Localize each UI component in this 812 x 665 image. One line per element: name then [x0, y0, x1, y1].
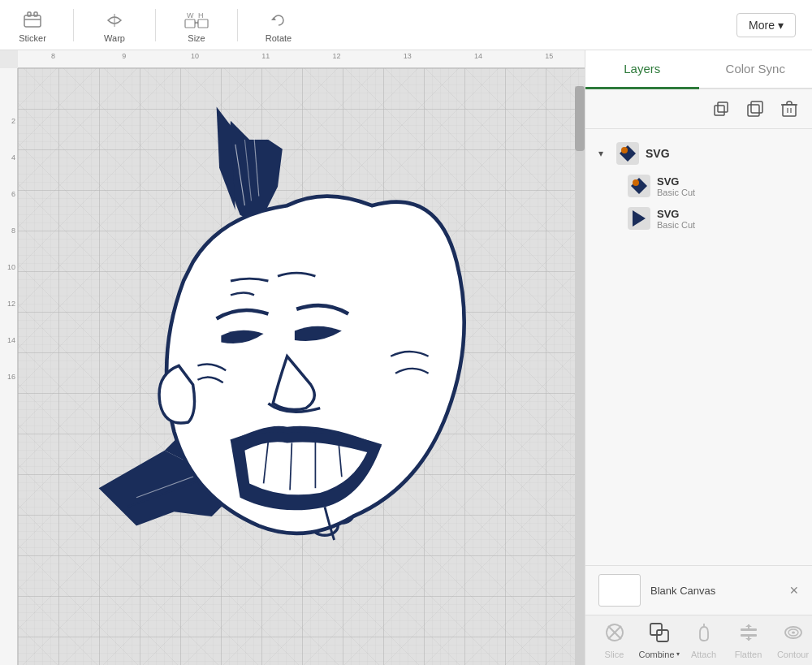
svg-rect-0 [24, 15, 41, 27]
warp-tool[interactable]: Warp [90, 7, 139, 43]
sublayer-1-icon [628, 175, 650, 197]
svg-rect-35 [650, 624, 662, 635]
separator-2 [155, 9, 156, 41]
ruler-left: 2 4 6 8 10 12 14 16 [0, 68, 18, 665]
contour-button[interactable]: Contour [771, 622, 812, 659]
sticker-tool[interactable]: Sticker [8, 7, 57, 43]
copy-button[interactable] [742, 96, 768, 122]
panel-tabs: Layers Color Sync [585, 50, 812, 89]
scrollbar[interactable] [575, 86, 585, 665]
bottom-action-bar: Slice Combine ▾ [585, 615, 812, 665]
right-panel: Layers Color Sync [585, 50, 812, 665]
sublayer-2[interactable]: SVG Basic Cut [585, 202, 812, 235]
size-tool[interactable]: W H Size [172, 7, 221, 43]
combine-dropdown-icon: ▾ [676, 650, 680, 658]
sublayer-1[interactable]: SVG Basic Cut [585, 170, 812, 202]
scrollbar-thumb[interactable] [575, 86, 585, 151]
svg-marker-43 [745, 638, 752, 641]
rotate-icon [262, 7, 295, 33]
svg-rect-38 [741, 628, 757, 631]
layer-group-icon [616, 142, 639, 165]
tab-color-sync[interactable]: Color Sync [699, 50, 813, 89]
ruler-top: 8 9 10 11 12 13 14 15 [18, 50, 585, 68]
blank-canvas-row: Blank Canvas ✕ [585, 565, 812, 615]
svg-marker-41 [745, 624, 752, 627]
design-canvas[interactable] [18, 68, 585, 665]
size-icon: W H [180, 7, 213, 33]
sublayer-1-info: SVG Basic Cut [657, 175, 695, 197]
svg-rect-36 [657, 630, 668, 641]
artwork[interactable] [42, 93, 513, 564]
svg-rect-22 [718, 102, 728, 112]
layer-group-svg: ▾ SVG [585, 137, 812, 235]
separator-1 [73, 9, 74, 41]
svg-rect-26 [783, 105, 796, 116]
svg-rect-3 [34, 12, 37, 16]
sublayer-2-icon [628, 207, 650, 230]
svg-marker-9 [271, 17, 276, 20]
more-button[interactable]: More ▾ [736, 13, 796, 37]
combine-button[interactable]: Combine ▾ [637, 622, 681, 659]
svg-point-31 [633, 179, 639, 186]
svg-text:H: H [198, 11, 204, 19]
svg-point-30 [621, 147, 628, 153]
rotate-tool[interactable]: Rotate [254, 7, 303, 43]
panel-toolbar [585, 89, 812, 129]
layers-list: ▾ SVG [585, 129, 812, 565]
attach-icon [693, 622, 715, 648]
separator-3 [237, 9, 238, 41]
toolbar: Sticker Warp W H Size [0, 0, 812, 50]
svg-rect-8 [198, 19, 208, 28]
duplicate-button[interactable] [708, 96, 734, 122]
sticker-icon [16, 7, 49, 33]
svg-rect-21 [715, 106, 724, 115]
canvas-area[interactable]: 8 9 10 11 12 13 14 15 2 4 6 8 10 12 14 1… [0, 50, 585, 665]
chevron-icon: ▾ [598, 148, 610, 159]
svg-rect-2 [28, 12, 31, 16]
blank-canvas-close-button[interactable]: ✕ [789, 584, 799, 597]
slice-button[interactable]: Slice [592, 622, 637, 659]
contour-icon [783, 622, 804, 648]
warp-icon [98, 7, 131, 33]
svg-rect-24 [751, 101, 762, 113]
svg-rect-39 [741, 634, 757, 637]
blank-canvas-thumb [598, 574, 641, 607]
sublayer-2-info: SVG Basic Cut [657, 208, 695, 230]
tab-layers[interactable]: Layers [585, 50, 699, 89]
blank-canvas-label: Blank Canvas [650, 585, 715, 597]
svg-text:W: W [187, 11, 194, 19]
slice-icon [604, 622, 625, 648]
svg-rect-23 [748, 105, 759, 116]
delete-button[interactable] [776, 96, 802, 122]
flatten-icon [738, 622, 759, 648]
svg-rect-7 [185, 19, 195, 28]
attach-button[interactable]: Attach [681, 622, 726, 659]
flatten-button[interactable]: Flatten [726, 622, 771, 659]
svg-point-46 [792, 631, 795, 633]
layer-group-row[interactable]: ▾ SVG [585, 137, 812, 170]
combine-icon [649, 622, 670, 648]
main-layout: 8 9 10 11 12 13 14 15 2 4 6 8 10 12 14 1… [0, 50, 812, 665]
